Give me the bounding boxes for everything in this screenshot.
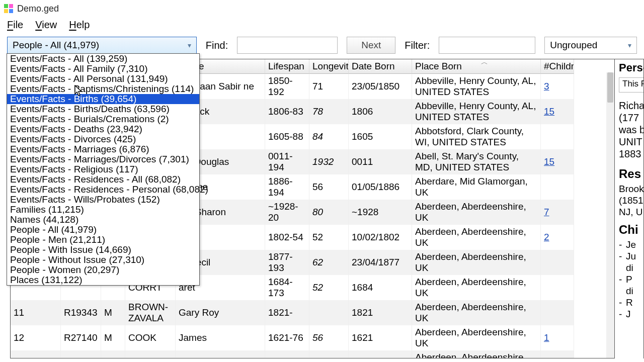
table-cell[interactable]: R40522 — [61, 350, 101, 358]
table-cell[interactable]: 52 — [309, 275, 349, 300]
table-cell[interactable]: 15 — [541, 149, 574, 174]
dropdown-item[interactable]: People - Women (20,297) — [7, 265, 199, 275]
dropdown-item[interactable]: People - All (41,979) — [7, 225, 199, 235]
column-header[interactable]: Place Born — [412, 59, 541, 74]
table-cell[interactable]: 1886-194 — [265, 174, 309, 200]
dropdown-item[interactable]: Places (131,122) — [7, 275, 199, 285]
table-cell[interactable]: 15 — [541, 99, 574, 124]
table-cell[interactable]: 01/05/1886 — [349, 174, 412, 200]
dropdown-item[interactable]: Events/Facts - Marriages/Divorces (7,301… — [7, 154, 199, 164]
table-cell[interactable] — [309, 300, 349, 325]
table-cell[interactable]: ~1928 — [349, 200, 412, 225]
table-cell[interactable]: 0011 — [349, 149, 412, 174]
table-cell[interactable]: 1623-77 — [265, 350, 309, 358]
dropdown-item[interactable]: Events/Facts - Residences - Personal (68… — [7, 185, 199, 195]
table-cell[interactable]: 1621-76 — [265, 325, 309, 350]
filter-input[interactable] — [439, 37, 535, 54]
table-cell[interactable]: 1621 — [349, 325, 412, 350]
dropdown-item[interactable]: Events/Facts - Religious (117) — [7, 164, 199, 174]
table-cell[interactable]: 1605 — [349, 124, 412, 149]
table-cell[interactable]: 56 — [309, 325, 349, 350]
table-cell[interactable]: 52 — [309, 225, 349, 250]
table-cell[interactable]: Aberdeen, Aberdeenshire, UK — [412, 250, 541, 275]
table-cell[interactable]: 10/02/1802 — [349, 225, 412, 250]
dropdown-item[interactable]: Events/Facts - Divorces (425) — [7, 134, 199, 144]
vertical-scrollbar[interactable] — [606, 72, 614, 358]
menu-help[interactable]: Help — [69, 19, 90, 31]
table-cell[interactable]: Aberdeen, Aberdeenshire, UK — [412, 300, 541, 325]
table-cell[interactable]: 23/05/1850 — [349, 74, 412, 99]
dropdown-item[interactable]: Events/Facts - All Family (7,310) — [7, 64, 199, 74]
table-cell[interactable]: 1605-88 — [265, 124, 309, 149]
table-cell[interactable]: 71 — [309, 74, 349, 99]
dropdown-item[interactable]: People - Without Issue (27,310) — [7, 255, 199, 265]
column-header[interactable]: Longevit — [309, 59, 349, 74]
dropdown-item[interactable]: Families (11,215) — [7, 205, 199, 215]
dropdown-item[interactable]: People - With Issue (14,669) — [7, 245, 199, 255]
table-cell[interactable]: 1623 — [349, 350, 412, 358]
dropdown-item[interactable]: Events/Facts - All (139,259) — [7, 54, 199, 64]
table-cell[interactable]: Abell, St. Mary's County, MD, UNITED STA… — [412, 149, 541, 174]
table-cell[interactable]: M — [101, 350, 125, 358]
dropdown-item[interactable]: Events/Facts - Residences - All (68,082) — [7, 174, 199, 185]
table-cell[interactable]: CUMMINGS — [125, 350, 176, 358]
table-cell[interactable]: 23/04/1877 — [349, 250, 412, 275]
table-cell[interactable]: Abbotsford, Clark County, WI, UNITED STA… — [412, 124, 541, 149]
person-panel-combo[interactable]: This Pe — [619, 77, 644, 93]
table-cell[interactable]: Aberdeen, Aberdeenshire, UK — [412, 200, 541, 225]
table-cell[interactable]: R19343 — [61, 300, 101, 325]
table-cell[interactable] — [541, 174, 574, 200]
next-button[interactable]: Next — [347, 37, 395, 54]
table-cell[interactable] — [541, 124, 574, 149]
table-cell[interactable] — [541, 250, 574, 275]
table-cell[interactable]: James — [176, 325, 265, 350]
column-header[interactable]: Date Born — [349, 59, 412, 74]
table-cell[interactable]: 1806 — [349, 99, 412, 124]
dropdown-item[interactable]: Events/Facts - All Personal (131,949) — [7, 74, 199, 84]
dropdown-item[interactable]: Events/Facts - Burials/Cremations (2) — [7, 114, 199, 124]
dropdown-item[interactable]: Events/Facts - Wills/Probates (152) — [7, 195, 199, 205]
dropdown-item[interactable]: People - Men (21,211) — [7, 235, 199, 245]
group-combo[interactable]: Ungrouped ▾ — [544, 37, 637, 54]
main-combo-dropdown[interactable]: Events/Facts - All (139,259)Events/Facts… — [7, 53, 200, 286]
table-cell[interactable] — [541, 275, 574, 300]
table-cell[interactable]: R27140 — [61, 325, 101, 350]
menu-file[interactable]: File — [7, 19, 23, 31]
table-cell[interactable]: M — [101, 325, 125, 350]
table-cell[interactable]: Aberdeen, Aberdeenshire, UK — [412, 350, 541, 358]
dropdown-item[interactable]: Events/Facts - Deaths (23,942) — [7, 124, 199, 134]
table-cell[interactable]: 11 — [11, 300, 61, 325]
table-cell[interactable]: COOK — [125, 325, 176, 350]
table-cell[interactable]: Aberdeen, Aberdeenshire, UK — [412, 225, 541, 250]
dropdown-item[interactable]: Events/Facts - Baptisms/Christenings (11… — [7, 84, 199, 94]
table-cell[interactable]: 56 — [309, 174, 349, 200]
column-header[interactable]: Lifespan — [265, 59, 309, 74]
table-cell[interactable]: Aberdare, Mid Glamorgan, UK — [412, 174, 541, 200]
table-cell[interactable]: ~1928-20 — [265, 200, 309, 225]
table-cell[interactable]: 55 — [309, 350, 349, 358]
dropdown-item[interactable]: Names (44,128) — [7, 215, 199, 225]
table-cell[interactable]: 0011-194 — [265, 149, 309, 174]
table-cell[interactable]: 1684 — [349, 275, 412, 300]
table-cell[interactable]: 1806-83 — [265, 99, 309, 124]
table-cell[interactable]: 13 — [11, 350, 61, 358]
table-cell[interactable]: 1821- — [265, 300, 309, 325]
table-cell[interactable] — [541, 300, 574, 325]
table-cell[interactable]: 62 — [309, 250, 349, 275]
menu-view[interactable]: View — [35, 19, 57, 31]
scrollbar-thumb[interactable] — [607, 72, 613, 103]
table-cell[interactable]: 78 — [309, 99, 349, 124]
dropdown-item[interactable]: Events/Facts - Marriages (6,876) — [7, 144, 199, 154]
table-cell[interactable]: 1802-54 — [265, 225, 309, 250]
table-cell[interactable]: Aberdeen, Aberdeenshire, UK — [412, 325, 541, 350]
table-cell[interactable]: 1821 — [349, 300, 412, 325]
table-cell[interactable]: Gary Roy — [176, 300, 265, 325]
table-cell[interactable] — [541, 350, 574, 358]
table-cell[interactable]: M — [101, 300, 125, 325]
table-cell[interactable]: 80 — [309, 200, 349, 225]
table-cell[interactable]: Abbeville, Henry County, AL, UNITED STAT… — [412, 99, 541, 124]
table-cell[interactable]: 1932 — [309, 149, 349, 174]
table-cell[interactable]: 2 — [541, 225, 574, 250]
table-cell[interactable]: 12 — [11, 325, 61, 350]
table-cell[interactable]: 7 — [541, 200, 574, 225]
